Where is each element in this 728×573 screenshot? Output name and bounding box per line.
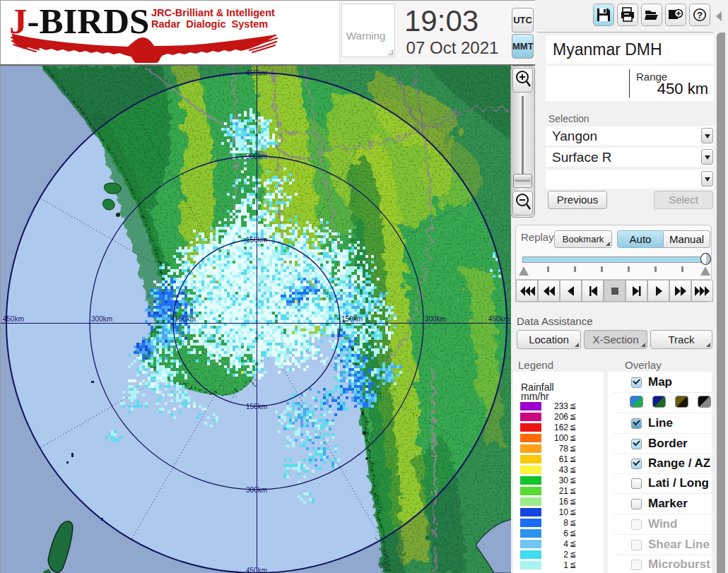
svg-text:300km: 300km <box>246 153 267 160</box>
svg-text:450km: 450km <box>3 315 24 323</box>
svg-text:150km: 150km <box>246 236 267 244</box>
svg-text:?: ? <box>697 10 703 20</box>
svg-text:300km: 300km <box>425 315 446 323</box>
svg-text:300km: 300km <box>91 315 112 323</box>
svg-text:150km: 150km <box>341 315 363 323</box>
svg-text:450km: 450km <box>246 69 267 77</box>
svg-text:150km: 150km <box>246 403 267 410</box>
svg-text:150km: 150km <box>175 315 196 323</box>
svg-text:300km: 300km <box>246 486 267 494</box>
svg-text:450km: 450km <box>488 315 510 323</box>
svg-text:450km: 450km <box>246 567 267 573</box>
